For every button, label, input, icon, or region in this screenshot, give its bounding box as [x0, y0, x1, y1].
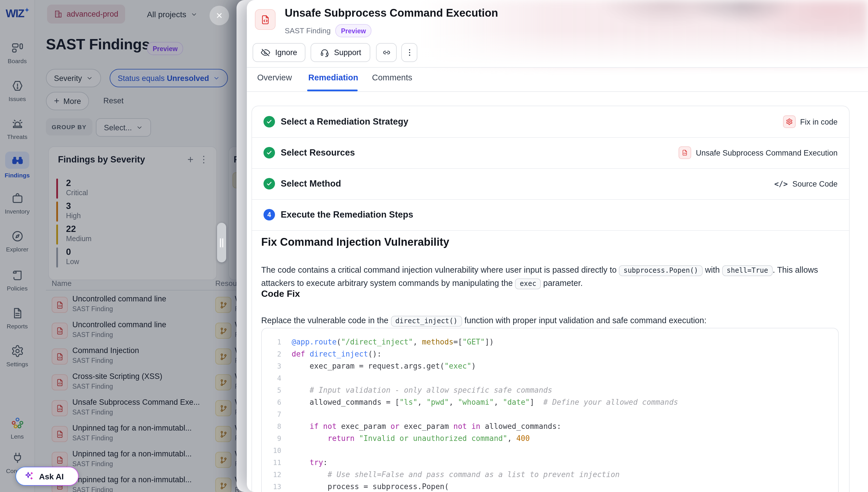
line-number: 7: [262, 410, 281, 418]
line-number: 4: [262, 374, 281, 382]
code-line: 1@app.route("/direct_inject", methods=["…: [262, 336, 838, 348]
code-block: 1@app.route("/direct_inject", methods=["…: [261, 328, 839, 492]
step-check-icon: [264, 178, 275, 190]
code-text: # Input validation - only allow specific…: [292, 386, 552, 394]
code-line: 8 if not exec_param or exec_param not in…: [262, 420, 838, 432]
step-2[interactable]: Select ResourcesUnsafe Subprocess Comman…: [252, 137, 849, 169]
panel-resize-handle[interactable]: [217, 223, 226, 262]
code-text: return "Invalid or unauthorized command"…: [292, 434, 530, 443]
close-icon: [215, 11, 224, 20]
code-text: @app.route("/direct_inject", methods=["G…: [292, 338, 494, 346]
line-number: 13: [262, 483, 281, 491]
sast-file-icon: [678, 146, 691, 159]
step-4[interactable]: 4Execute the Remediation Steps: [252, 199, 849, 231]
code-line: 13 process = subprocess.Popen(: [262, 481, 838, 492]
line-number: 8: [262, 422, 281, 430]
screen: WIZ✦ BoardsIssuesThreatsFindingsInventor…: [0, 0, 868, 492]
tab-comments[interactable]: Comments: [372, 73, 412, 82]
code-icon: </>: [774, 179, 788, 188]
inline-code: exec: [515, 279, 541, 290]
step-label: Select a Remediation Strategy: [281, 117, 408, 127]
inline-code: direct_inject(): [391, 316, 462, 327]
remediation-description: The code contains a critical command inj…: [261, 264, 840, 290]
copy-link-button[interactable]: [376, 43, 397, 62]
code-line: 6 allowed_commands = ["ls", "pwd", "whoa…: [262, 396, 838, 408]
step-selection-text: Unsafe Subprocess Command Execution: [696, 148, 838, 157]
code-line: 5 # Input validation - only allow specif…: [262, 384, 838, 396]
code-text: def direct_inject():: [292, 350, 381, 358]
line-number: 11: [262, 459, 281, 466]
preview-badge: Preview: [335, 24, 372, 37]
code-fix-heading: Code Fix: [261, 289, 300, 299]
line-number: 2: [262, 350, 281, 358]
tab-remediation[interactable]: Remediation: [308, 73, 358, 82]
ask-ai-button[interactable]: Ask AI: [16, 467, 79, 486]
step-label: Select Resources: [281, 148, 355, 158]
step-label: Execute the Remediation Steps: [281, 210, 413, 220]
divider: [247, 91, 868, 92]
finding-title: Unsafe Subprocess Command Execution: [285, 7, 498, 20]
finding-type: SAST Finding: [285, 26, 331, 35]
code-line: 2def direct_inject():: [262, 348, 838, 360]
inline-code: subprocess.Popen(): [619, 266, 703, 276]
code-fix-description: Replace the vulnerable code in the direc…: [261, 314, 840, 327]
line-number: 9: [262, 434, 281, 442]
remediation-stepper: Select a Remediation StrategyFix in code…: [251, 106, 850, 492]
line-number: 6: [262, 398, 281, 406]
remediation-heading: Fix Command Injection Vulnerability: [261, 236, 449, 249]
eye-off-icon: [261, 48, 271, 57]
line-number: 5: [262, 386, 281, 394]
line-number: 3: [262, 362, 281, 370]
code-text: process = subprocess.Popen(: [292, 482, 449, 491]
code-line: 12 # Use shell=False and pass command as…: [262, 468, 838, 481]
divider: [247, 67, 868, 68]
code-line: 10: [262, 444, 838, 457]
step-selection: </>Source Code: [774, 168, 838, 199]
step-selection-text: Source Code: [792, 179, 838, 188]
headset-icon: [320, 48, 329, 57]
code-line: 7: [262, 408, 838, 420]
sast-file-icon: [255, 9, 276, 30]
code-line: 9 return "Invalid or unauthorized comman…: [262, 432, 838, 444]
step-check-icon: [264, 147, 275, 158]
code-line: 3 exec_param = request.args.get("exec"): [262, 360, 838, 372]
step-label: Select Method: [281, 178, 341, 189]
code-text: try:: [292, 458, 327, 467]
ai-sparkle-icon: [24, 471, 34, 482]
gear-icon: [783, 115, 795, 128]
step-number: 4: [264, 209, 275, 220]
link-icon: [381, 48, 391, 57]
code-text: # Use shell=False and pass command as a …: [292, 470, 620, 479]
step-selection-text: Fix in code: [800, 117, 838, 126]
finding-detail-panel: Unsafe Subprocess Command Execution SAST…: [247, 0, 868, 492]
kebab-menu-icon: [404, 48, 414, 57]
line-number: 10: [262, 446, 281, 454]
code-line: 4: [262, 372, 838, 384]
ignore-button[interactable]: Ignore: [253, 43, 305, 62]
step-check-icon: [264, 116, 275, 127]
line-number: 12: [262, 470, 281, 478]
close-panel-button[interactable]: [209, 6, 229, 25]
step-selection: Fix in code: [783, 106, 838, 137]
code-text: allowed_commands = ["ls", "pwd", "whoami…: [292, 398, 678, 407]
step-3[interactable]: Select Method</>Source Code: [252, 168, 849, 200]
tab-overview[interactable]: Overview: [257, 73, 292, 82]
code-text: exec_param = request.args.get("exec"): [292, 362, 476, 370]
code-line: 11 try:: [262, 457, 838, 468]
step-selection: Unsafe Subprocess Command Execution: [678, 137, 838, 168]
line-number: 1: [262, 338, 281, 346]
more-actions-button[interactable]: [401, 43, 417, 62]
code-text: if not exec_param or exec_param not in a…: [292, 422, 561, 430]
support-button[interactable]: Support: [311, 43, 370, 62]
inline-code: shell=True: [722, 266, 773, 276]
step-1[interactable]: Select a Remediation StrategyFix in code: [252, 106, 849, 138]
